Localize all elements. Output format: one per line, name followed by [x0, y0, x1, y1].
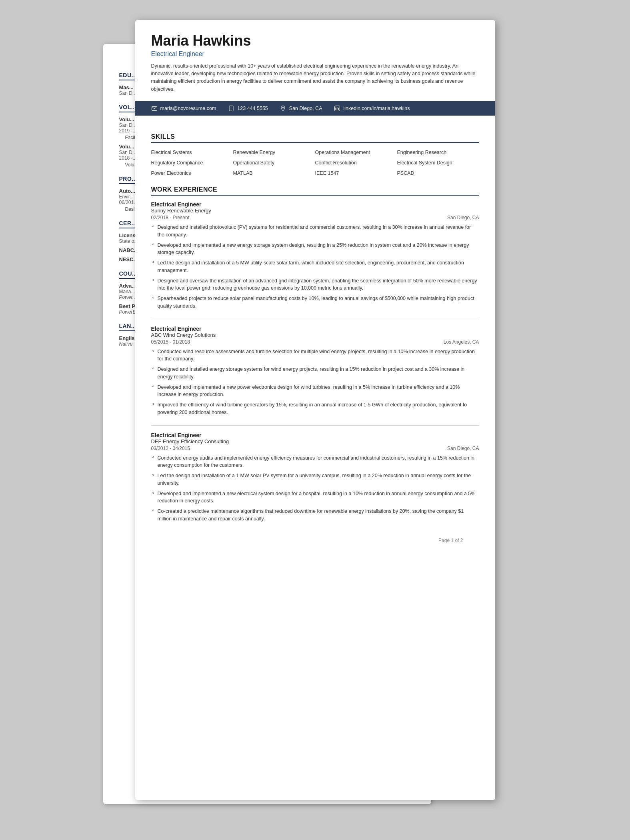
svg-point-6 [336, 107, 336, 108]
skill-1: Renewable Energy [233, 148, 315, 156]
bullet-2-3: Co-created a predictive maintenance algo… [151, 508, 479, 523]
bullet-1-3: Improved the efficiency of wind turbine … [151, 401, 479, 416]
skill-3: Engineering Research [397, 148, 479, 156]
contact-phone: 123 444 5555 [228, 105, 268, 112]
bullet-0-4: Spearheaded projects to reduce solar pan… [151, 295, 479, 310]
email-value: maria@novoresume.com [160, 106, 216, 111]
candidate-summary: Dynamic, results-oriented professional w… [151, 62, 479, 94]
skills-grid: Electrical Systems Renewable Energy Oper… [151, 148, 479, 177]
location-value: San Diego, CA [289, 106, 322, 111]
job-company-2: DEF Energy Efficiency Consulting [151, 438, 479, 444]
bullet-0-3: Designed and oversaw the installation of… [151, 277, 479, 292]
contact-bar: maria@novoresume.com 123 444 5555 [135, 101, 495, 116]
svg-rect-2 [230, 110, 232, 110]
resume-body: SKILLS Electrical Systems Renewable Ener… [135, 116, 495, 558]
candidate-title: Electrical Engineer [151, 50, 479, 58]
work-entry-1: Electrical Engineer ABC Wind Energy Solu… [151, 326, 479, 416]
job-company-1: ABC Wind Energy Solutions [151, 332, 479, 338]
page-stack: EDU... Mas... San D... VOL... Volu... Sa… [135, 20, 495, 800]
job-dates-2: 03/2012 - 04/2015 [151, 446, 190, 451]
page-1: Maria Hawkins Electrical Engineer Dynami… [135, 20, 495, 800]
job-title-1: Electrical Engineer [151, 326, 479, 332]
job-company-0: Sunny Renewable Energy [151, 208, 479, 214]
work-entry-0: Electrical Engineer Sunny Renewable Ener… [151, 201, 479, 310]
bullet-0-0: Designed and installed photovoltaic (PV)… [151, 224, 479, 239]
skill-7: Electrical System Design [397, 159, 479, 167]
skill-11: PSCAD [397, 169, 479, 177]
job-bullets-2: Conducted energy audits and implemented … [151, 454, 479, 523]
job-meta-2: 03/2012 - 04/2015 San Diego, CA [151, 446, 479, 451]
job-title-2: Electrical Engineer [151, 432, 479, 438]
bullet-2-0: Conducted energy audits and implemented … [151, 454, 479, 470]
skill-8: Power Electronics [151, 169, 233, 177]
bullet-2-1: Led the design and installation of a 1 M… [151, 472, 479, 487]
location-icon [280, 105, 286, 112]
bullet-1-0: Conducted wind resource assessments and … [151, 348, 479, 363]
bullet-2-2: Developed and implemented a new electric… [151, 490, 479, 505]
svg-rect-5 [336, 108, 336, 110]
contact-email: maria@novoresume.com [151, 105, 216, 112]
job-title-0: Electrical Engineer [151, 201, 479, 208]
skill-9: MATLAB [233, 169, 315, 177]
candidate-name: Maria Hawkins [151, 33, 479, 49]
phone-value: 123 444 5555 [237, 106, 268, 111]
skill-2: Operations Management [315, 148, 397, 156]
skill-5: Operational Safety [233, 159, 315, 167]
resume-header: Maria Hawkins Electrical Engineer Dynami… [135, 20, 495, 101]
bullet-1-1: Designed and installed energy storage sy… [151, 366, 479, 381]
linkedin-icon [334, 105, 340, 112]
skill-10: IEEE 1547 [315, 169, 397, 177]
bullet-1-2: Developed and implemented a new power el… [151, 384, 479, 399]
work-divider-1 [151, 319, 479, 319]
job-location-2: San Diego, CA [447, 446, 479, 451]
phone-icon [228, 105, 234, 112]
job-meta-1: 05/2015 - 01/2018 Los Angeles, CA [151, 339, 479, 345]
skill-0: Electrical Systems [151, 148, 233, 156]
job-location-0: San Diego, CA [447, 215, 479, 220]
contact-location: San Diego, CA [280, 105, 322, 112]
job-meta-0: 02/2018 - Present San Diego, CA [151, 215, 479, 220]
work-divider-2 [151, 425, 479, 426]
skills-section-title: SKILLS [151, 133, 479, 143]
work-section-title: WORK EXPERIENCE [151, 186, 479, 196]
job-bullets-1: Conducted wind resource assessments and … [151, 348, 479, 416]
job-location-1: Los Angeles, CA [444, 339, 479, 345]
svg-point-3 [282, 107, 284, 108]
job-dates-0: 02/2018 - Present [151, 215, 189, 220]
linkedin-value: linkedin.com/in/maria.hawkins [343, 106, 410, 111]
skill-6: Conflict Resolution [315, 159, 397, 167]
job-bullets-0: Designed and installed photovoltaic (PV)… [151, 224, 479, 310]
bullet-0-1: Developed and implemented a new energy s… [151, 242, 479, 257]
skill-4: Regulatory Compliance [151, 159, 233, 167]
contact-linkedin: linkedin.com/in/maria.hawkins [334, 105, 410, 112]
bullet-0-2: Led the design and installation of a 5 M… [151, 259, 479, 274]
work-entry-2: Electrical Engineer DEF Energy Efficienc… [151, 432, 479, 523]
job-dates-1: 05/2015 - 01/2018 [151, 339, 190, 345]
page-1-number: Page 1 of 2 [151, 532, 479, 549]
email-icon [151, 105, 158, 112]
